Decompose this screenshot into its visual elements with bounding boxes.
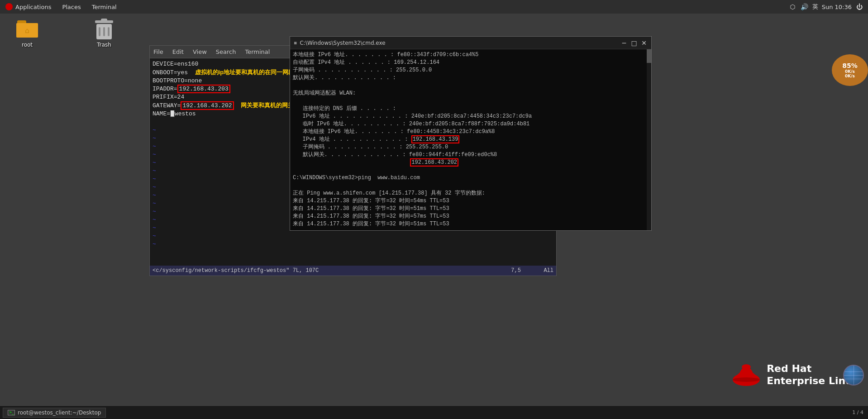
applications-menu[interactable]: Applications [0, 1, 57, 12]
cmd-close-button[interactable]: ✕ [640, 39, 648, 47]
cmd-ipv4-highlight: 192.168.43.139 [411, 135, 460, 143]
desktop-icon-root[interactable]: ⌂ root [9, 18, 45, 48]
language-indicator: 英 [812, 3, 818, 11]
cmd-line-blank4 [293, 182, 649, 190]
cmd-line-reply1: 来自 14.215.177.38 的回复: 字节=32 时间=54ms TTL=… [293, 197, 649, 205]
vim-statusbar-right: 7,5 All [511, 267, 553, 274]
redhat-svg-icon [730, 362, 762, 387]
places-menu[interactable]: Places [57, 2, 86, 12]
desktop: ⌂ root Trash File [0, 14, 868, 405]
cmd-line-3: 默认网关. . . . . . . . . . . . : [293, 74, 649, 82]
taskbar-terminal-label: root@westos_client:~/Desktop [18, 409, 101, 416]
menubar-left: Applications Places Terminal [0, 1, 122, 12]
svg-point-2 [733, 377, 760, 382]
vim-tilde-15: ~ [153, 240, 553, 248]
taskbar: >_ root@westos_client:~/Desktop 1 / 4 [0, 405, 868, 419]
redhat-menu-icon [5, 3, 13, 10]
cmd-line-wlan: 无线局域网适配器 WLAN: [293, 90, 649, 97]
taskbar-terminal-item[interactable]: >_ root@westos_client:~/Desktop [3, 408, 106, 418]
cmd-line-ipv6: IPv6 地址 . . . . . . . . . . . : 240e:bf:… [293, 113, 649, 120]
cmd-line-reply4: 来自 14.215.177.38 的回复: 字节=32 时间=51ms TTL=… [293, 220, 649, 228]
redhat-hat-icon [730, 362, 762, 387]
cmd-line-reply3: 来自 14.215.177.38 的回复: 字节=32 时间=57ms TTL=… [293, 213, 649, 220]
terminal-menu[interactable]: Terminal [86, 2, 122, 12]
vim-statusbar-all: All [544, 267, 553, 274]
cmd-scrollbar-thumb[interactable] [647, 49, 651, 63]
cmd-scrollbar[interactable] [647, 49, 651, 230]
volume-icon: 🔊 [801, 3, 809, 11]
cmd-title-label: C:\Windows\System32\cmd.exe [300, 40, 385, 46]
cmd-line-mask: 子网掩码 . . . . . . . . . . . : 255.255.255… [293, 143, 649, 151]
vim-menu-edit[interactable]: Edit [172, 48, 184, 55]
applications-label: Applications [15, 4, 51, 10]
vim-menu-search[interactable]: Search [216, 48, 236, 55]
trash-icon-label: Trash [97, 42, 111, 48]
cmd-line-blank3 [293, 167, 649, 174]
cmd-line-local-ipv6: 本地链接 IPv6 地址. . . . . . . : fe80::4458:3… [293, 128, 649, 136]
cmd-line-ipv4: IPv4 地址 . . . . . . . . . . . : 192.168.… [293, 136, 649, 143]
vim-statusbar-file: <c/sysconfig/network-scripts/ifcfg-westo… [153, 267, 319, 274]
cmd-maximize-button[interactable]: □ [630, 39, 638, 47]
trash-icon [93, 18, 115, 40]
folder-icon: ⌂ [16, 18, 38, 40]
cmd-controls: ─ □ ✕ [620, 39, 648, 47]
cmd-line-blank5 [293, 228, 649, 230]
vim-menu-file[interactable]: File [153, 48, 163, 55]
cmd-line-reply2: 来自 14.215.177.38 的回复: 字节=32 时间=51ms TTL=… [293, 205, 649, 213]
clock: Sun 10:36 [822, 4, 852, 10]
cmd-gw-highlight: 192.168.43.202 [410, 158, 458, 167]
cmd-line-pinging: 正在 Ping www.a.shifen.com [14.215.177.38]… [293, 190, 649, 197]
net-down: 0K/s [845, 74, 855, 78]
cmd-line-2: 子网掩码 . . . . . . . . . . . : 255.255.0.0 [293, 67, 649, 74]
annotation-network-segment: 虚拟机的ip地址要和真机的在同一网段下 [195, 69, 300, 76]
vim-menu-terminal[interactable]: Terminal [245, 48, 270, 55]
cmd-line-gw1: 默认网关. . . . . . . . . . . . : fe80::944f… [293, 151, 649, 159]
power-icon[interactable]: ⏻ [855, 3, 863, 11]
gateway-highlight: 192.168.43.202 [181, 101, 234, 110]
cmd-line-gw2: 192.168.43.202 [293, 159, 649, 167]
vim-cursor-pos: 7,5 [511, 267, 521, 274]
cmd-title-text: ▪ C:\Windows\System32\cmd.exe [294, 40, 386, 46]
vim-menu-view[interactable]: View [193, 48, 207, 55]
network-icon: ⬡ [789, 3, 797, 11]
taskbar-page-indicator: 1 / 4 [852, 409, 868, 415]
taskbar-left: >_ root@westos_client:~/Desktop [0, 408, 106, 418]
cmd-line-1: 自动配置 IPv4 地址 . . . . . . : 169.254.12.16… [293, 59, 649, 67]
menubar-right: ⬡ 🔊 英 Sun 10:36 ⏻ [789, 3, 868, 11]
taskbar-terminal-icon: >_ [8, 410, 15, 415]
cmd-window: ▪ C:\Windows\System32\cmd.exe ─ □ ✕ 本地链接… [290, 36, 652, 231]
globe-icon[interactable] [843, 365, 866, 387]
cmd-line-blank2 [293, 97, 649, 105]
vim-tilde-14: ~ [153, 232, 553, 240]
svg-point-1 [742, 364, 751, 370]
cmd-line-temp-ipv6: 临时 IPv6 地址. . . . . . . . . : 240e:bf:d2… [293, 120, 649, 128]
cmd-minimize-button[interactable]: ─ [620, 39, 628, 47]
globe-circle [843, 365, 864, 386]
vim-statusbar: <c/sysconfig/network-scripts/ifcfg-westo… [150, 266, 556, 276]
cmd-line-ping-cmd: C:\WINDOWS\system32>ping www.baidu.com [293, 174, 649, 182]
cmd-content: 本地链接 IPv6 地址. . . . . . . : fe80::343f:d… [290, 49, 651, 230]
net-monitor-widget: 85% 0K/s 0K/s [832, 54, 868, 86]
net-percent: 85% [842, 62, 858, 69]
ipaddr-highlight: 192.168.43.203 [177, 85, 230, 93]
folder-home-symbol: ⌂ [25, 26, 29, 35]
net-up: 0K/s [845, 69, 855, 74]
cmd-icon: ▪ [294, 40, 297, 46]
cmd-line-0: 本地链接 IPv6 地址. . . . . . . : fe80::343f:d… [293, 51, 649, 59]
cmd-line-blank1 [293, 82, 649, 90]
root-icon-label: root [22, 42, 33, 48]
desktop-icon-trash[interactable]: Trash [86, 18, 122, 48]
redhat-logo: Red Hat Enterprise Linux [730, 362, 859, 387]
cmd-titlebar: ▪ C:\Windows\System32\cmd.exe ─ □ ✕ [290, 37, 651, 49]
menubar: Applications Places Terminal ⬡ 🔊 英 Sun 1… [0, 0, 868, 14]
cmd-line-dns: 连接特定的 DNS 后缀 . . . . . : [293, 105, 649, 113]
